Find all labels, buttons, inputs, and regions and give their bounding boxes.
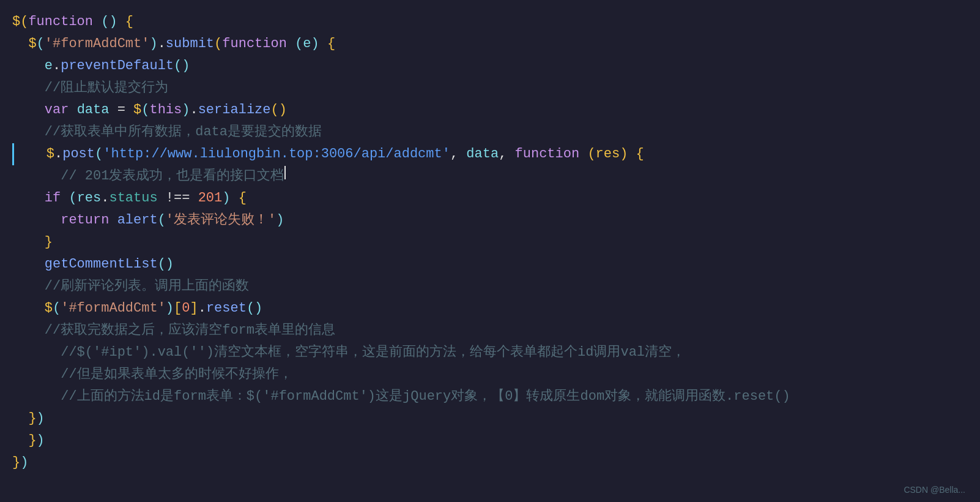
paren3: )	[109, 11, 117, 33]
code-line-17: //但是如果表单太多的时候不好操作，	[12, 364, 968, 386]
watermark: CSDN @Bella...	[904, 485, 965, 495]
code-line-19: })	[12, 408, 968, 430]
code-line-4: //阻止默认提交行为	[12, 77, 968, 99]
code-line-20: })	[12, 430, 968, 452]
paren2: (	[101, 11, 109, 33]
code-editor: $(function () { $('#formAddCmt').submit(…	[0, 0, 980, 502]
code-line-9: if (res.status !== 201) {	[12, 187, 968, 209]
code-line-15: //获取完数据之后，应该清空form表单里的信息	[12, 320, 968, 342]
code-line-13: //刷新评论列表。调用上面的函数	[12, 275, 968, 298]
code-line-1: $(function () {	[12, 11, 968, 33]
code-line-7: $.post('http://www.liulongbin.top:3006/a…	[12, 143, 968, 165]
code-line-16: //$('#ipt').val('')清空文本框，空字符串，这是前面的方法，给每…	[12, 342, 968, 364]
paren-open: (	[20, 11, 28, 33]
code-line-2: $('#formAddCmt').submit(function (e) {	[12, 33, 968, 55]
code-line-5: var data = $(this).serialize()	[12, 99, 968, 121]
code-line-14: $('#formAddCmt')[0].reset()	[12, 298, 968, 320]
code-line-11: }	[12, 231, 968, 253]
code-line-8: // 201发表成功，也是看的接口文档	[12, 165, 968, 187]
text-cursor	[284, 166, 286, 179]
code-line-12: getCommentList()	[12, 253, 968, 275]
code-line-3: e.preventDefault()	[12, 55, 968, 77]
space	[93, 11, 101, 33]
code-line-21: })	[12, 452, 968, 474]
code-line-10: return alert('发表评论失败！')	[12, 209, 968, 231]
brace-open-1: {	[125, 11, 133, 33]
keyword-function-1: function	[28, 11, 93, 33]
dollar-sign: $	[12, 11, 20, 33]
code-line-18: //上面的方法id是form表单：$('#formAddCmt')这是jQuer…	[12, 386, 968, 408]
code-line-6: //获取表单中所有数据，data是要提交的数据	[12, 121, 968, 143]
